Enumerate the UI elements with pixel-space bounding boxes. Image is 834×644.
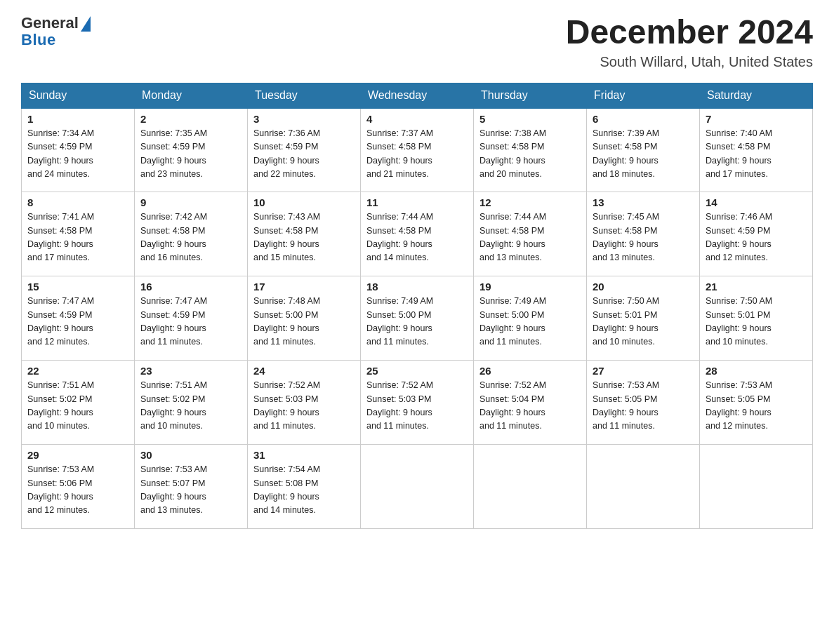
header-monday: Monday — [135, 83, 248, 108]
day-cell: 15 Sunrise: 7:47 AM Sunset: 4:59 PM Dayl… — [22, 276, 135, 361]
day-cell: 22 Sunrise: 7:51 AM Sunset: 5:02 PM Dayl… — [22, 361, 135, 445]
header-thursday: Thursday — [474, 83, 587, 108]
day-info: Sunrise: 7:52 AM Sunset: 5:04 PM Dayligh… — [479, 379, 581, 434]
day-number: 24 — [253, 365, 355, 377]
day-number: 30 — [140, 449, 241, 461]
day-info: Sunrise: 7:46 AM Sunset: 4:59 PM Dayligh… — [706, 210, 807, 265]
week-row-4: 22 Sunrise: 7:51 AM Sunset: 5:02 PM Dayl… — [22, 361, 813, 445]
day-cell: 6 Sunrise: 7:39 AM Sunset: 4:58 PM Dayli… — [587, 108, 700, 192]
day-cell: 24 Sunrise: 7:52 AM Sunset: 5:03 PM Dayl… — [248, 361, 361, 445]
day-number: 4 — [366, 113, 468, 125]
day-cell: 30 Sunrise: 7:53 AM Sunset: 5:07 PM Dayl… — [135, 445, 248, 529]
week-row-1: 1 Sunrise: 7:34 AM Sunset: 4:59 PM Dayli… — [22, 108, 813, 192]
day-cell: 1 Sunrise: 7:34 AM Sunset: 4:59 PM Dayli… — [22, 108, 135, 192]
day-info: Sunrise: 7:37 AM Sunset: 4:58 PM Dayligh… — [366, 127, 468, 182]
logo-blue-text: Blue — [21, 31, 56, 49]
day-number: 14 — [706, 196, 807, 208]
day-number: 28 — [706, 365, 807, 377]
day-number: 26 — [479, 365, 581, 377]
week-row-5: 29 Sunrise: 7:53 AM Sunset: 5:06 PM Dayl… — [22, 445, 813, 529]
day-number: 18 — [366, 281, 468, 293]
header-sunday: Sunday — [22, 83, 135, 108]
day-number: 27 — [593, 365, 694, 377]
day-info: Sunrise: 7:35 AM Sunset: 4:59 PM Dayligh… — [140, 127, 241, 182]
logo-general-text: General — [21, 14, 79, 32]
calendar-table: SundayMondayTuesdayWednesdayThursdayFrid… — [21, 83, 813, 530]
day-number: 1 — [27, 113, 128, 125]
logo-triangle-icon — [81, 16, 91, 32]
header-tuesday: Tuesday — [248, 83, 361, 108]
day-info: Sunrise: 7:44 AM Sunset: 4:58 PM Dayligh… — [366, 210, 468, 265]
day-cell: 11 Sunrise: 7:44 AM Sunset: 4:58 PM Dayl… — [361, 192, 474, 276]
day-number: 23 — [140, 365, 241, 377]
day-cell: 29 Sunrise: 7:53 AM Sunset: 5:06 PM Dayl… — [22, 445, 135, 529]
day-info: Sunrise: 7:44 AM Sunset: 4:58 PM Dayligh… — [479, 210, 581, 265]
day-cell — [474, 445, 587, 529]
day-info: Sunrise: 7:50 AM Sunset: 5:01 PM Dayligh… — [706, 295, 807, 349]
day-cell: 19 Sunrise: 7:49 AM Sunset: 5:00 PM Dayl… — [474, 276, 587, 361]
day-info: Sunrise: 7:51 AM Sunset: 5:02 PM Dayligh… — [27, 379, 128, 434]
day-cell — [700, 445, 813, 529]
day-info: Sunrise: 7:51 AM Sunset: 5:02 PM Dayligh… — [140, 379, 241, 434]
logo: General Blue — [21, 14, 91, 49]
day-cell: 28 Sunrise: 7:53 AM Sunset: 5:05 PM Dayl… — [700, 361, 813, 445]
page-header: General Blue December 2024 South Willard… — [21, 14, 813, 70]
day-number: 7 — [706, 113, 807, 125]
week-row-2: 8 Sunrise: 7:41 AM Sunset: 4:58 PM Dayli… — [22, 192, 813, 276]
day-number: 3 — [253, 113, 355, 125]
day-info: Sunrise: 7:43 AM Sunset: 4:58 PM Dayligh… — [253, 210, 355, 265]
day-cell: 4 Sunrise: 7:37 AM Sunset: 4:58 PM Dayli… — [361, 108, 474, 192]
day-cell: 10 Sunrise: 7:43 AM Sunset: 4:58 PM Dayl… — [248, 192, 361, 276]
day-cell: 18 Sunrise: 7:49 AM Sunset: 5:00 PM Dayl… — [361, 276, 474, 361]
day-cell: 26 Sunrise: 7:52 AM Sunset: 5:04 PM Dayl… — [474, 361, 587, 445]
day-cell: 14 Sunrise: 7:46 AM Sunset: 4:59 PM Dayl… — [700, 192, 813, 276]
day-info: Sunrise: 7:45 AM Sunset: 4:58 PM Dayligh… — [593, 210, 694, 265]
day-cell: 23 Sunrise: 7:51 AM Sunset: 5:02 PM Dayl… — [135, 361, 248, 445]
day-info: Sunrise: 7:52 AM Sunset: 5:03 PM Dayligh… — [366, 379, 468, 434]
location-text: South Willard, Utah, United States — [566, 54, 813, 70]
header-wednesday: Wednesday — [361, 83, 474, 108]
day-number: 19 — [479, 281, 581, 293]
day-cell: 9 Sunrise: 7:42 AM Sunset: 4:58 PM Dayli… — [135, 192, 248, 276]
day-info: Sunrise: 7:53 AM Sunset: 5:07 PM Dayligh… — [140, 463, 241, 518]
day-cell: 31 Sunrise: 7:54 AM Sunset: 5:08 PM Dayl… — [248, 445, 361, 529]
day-cell: 25 Sunrise: 7:52 AM Sunset: 5:03 PM Dayl… — [361, 361, 474, 445]
day-info: Sunrise: 7:53 AM Sunset: 5:05 PM Dayligh… — [706, 379, 807, 434]
day-cell: 21 Sunrise: 7:50 AM Sunset: 5:01 PM Dayl… — [700, 276, 813, 361]
day-info: Sunrise: 7:34 AM Sunset: 4:59 PM Dayligh… — [27, 127, 128, 182]
day-info: Sunrise: 7:54 AM Sunset: 5:08 PM Dayligh… — [253, 463, 355, 518]
day-number: 16 — [140, 281, 241, 293]
day-cell — [587, 445, 700, 529]
day-info: Sunrise: 7:47 AM Sunset: 4:59 PM Dayligh… — [140, 295, 241, 349]
day-cell: 16 Sunrise: 7:47 AM Sunset: 4:59 PM Dayl… — [135, 276, 248, 361]
day-cell: 3 Sunrise: 7:36 AM Sunset: 4:59 PM Dayli… — [248, 108, 361, 192]
day-info: Sunrise: 7:38 AM Sunset: 4:58 PM Dayligh… — [479, 127, 581, 182]
day-number: 6 — [593, 113, 694, 125]
day-cell: 12 Sunrise: 7:44 AM Sunset: 4:58 PM Dayl… — [474, 192, 587, 276]
day-info: Sunrise: 7:49 AM Sunset: 5:00 PM Dayligh… — [479, 295, 581, 349]
day-info: Sunrise: 7:53 AM Sunset: 5:05 PM Dayligh… — [593, 379, 694, 434]
day-cell: 5 Sunrise: 7:38 AM Sunset: 4:58 PM Dayli… — [474, 108, 587, 192]
day-cell: 17 Sunrise: 7:48 AM Sunset: 5:00 PM Dayl… — [248, 276, 361, 361]
calendar-header-row: SundayMondayTuesdayWednesdayThursdayFrid… — [22, 83, 813, 108]
week-row-3: 15 Sunrise: 7:47 AM Sunset: 4:59 PM Dayl… — [22, 276, 813, 361]
day-cell: 7 Sunrise: 7:40 AM Sunset: 4:58 PM Dayli… — [700, 108, 813, 192]
day-cell: 27 Sunrise: 7:53 AM Sunset: 5:05 PM Dayl… — [587, 361, 700, 445]
day-info: Sunrise: 7:36 AM Sunset: 4:59 PM Dayligh… — [253, 127, 355, 182]
day-number: 12 — [479, 196, 581, 208]
day-number: 11 — [366, 196, 468, 208]
day-number: 17 — [253, 281, 355, 293]
day-info: Sunrise: 7:52 AM Sunset: 5:03 PM Dayligh… — [253, 379, 355, 434]
day-number: 10 — [253, 196, 355, 208]
day-number: 31 — [253, 449, 355, 461]
day-info: Sunrise: 7:41 AM Sunset: 4:58 PM Dayligh… — [27, 210, 128, 265]
day-number: 20 — [593, 281, 694, 293]
month-title: December 2024 — [566, 14, 813, 51]
day-info: Sunrise: 7:42 AM Sunset: 4:58 PM Dayligh… — [140, 210, 241, 265]
day-number: 21 — [706, 281, 807, 293]
day-info: Sunrise: 7:39 AM Sunset: 4:58 PM Dayligh… — [593, 127, 694, 182]
header-friday: Friday — [587, 83, 700, 108]
day-number: 8 — [27, 196, 128, 208]
header-saturday: Saturday — [700, 83, 813, 108]
day-info: Sunrise: 7:53 AM Sunset: 5:06 PM Dayligh… — [27, 463, 128, 518]
